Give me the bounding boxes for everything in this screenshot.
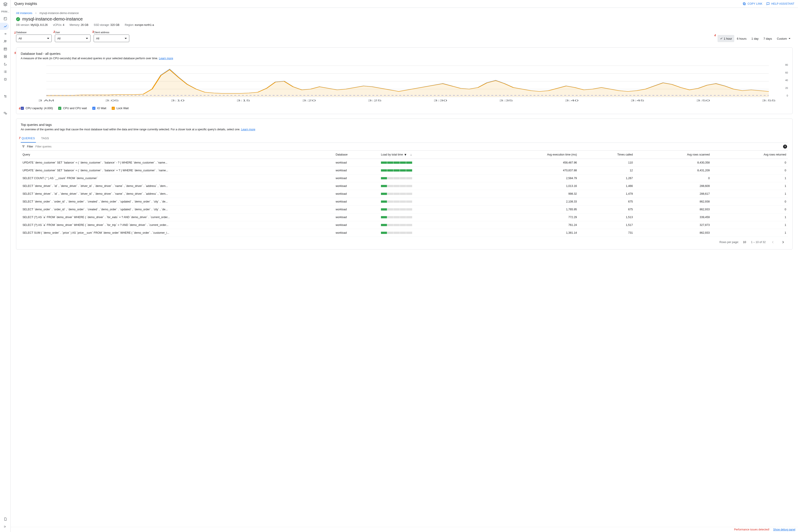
time-range-picker: 4 1 hour6 hours1 day7 daysCustom <box>718 35 793 42</box>
cell-load <box>379 182 481 190</box>
cell-times: 731 <box>579 229 635 237</box>
svg-point-9 <box>4 72 4 73</box>
th-returned[interactable]: Avg rows returned <box>711 151 788 159</box>
legend-io[interactable]: ✓IO Wait <box>92 107 106 110</box>
filter-input[interactable] <box>35 145 781 148</box>
cell-returned: 1 <box>711 174 788 182</box>
nav-item-users[interactable] <box>0 38 9 45</box>
th-scanned[interactable]: Avg rows scanned <box>635 151 711 159</box>
caret-down-icon <box>47 38 49 39</box>
time-chip-1-hour[interactable]: 1 hour <box>718 35 734 42</box>
client-filter[interactable]: All <box>94 35 129 42</box>
chevron-right-icon <box>35 12 37 15</box>
svg-text:3:35: 3:35 <box>499 99 513 102</box>
copy-link-button[interactable]: COPY LINK <box>742 2 763 6</box>
tab-tags[interactable]: TAGS <box>40 135 50 142</box>
dashboard-icon <box>3 17 7 21</box>
tab-queries[interactable]: QUERIES <box>21 135 36 142</box>
nav-item-query-insights[interactable] <box>0 23 9 30</box>
table-row[interactable]: SELECT (?) AS `a` FROM `demo_driver` WHE… <box>21 221 788 229</box>
document-icon <box>3 517 7 521</box>
svg-rect-6 <box>4 57 6 58</box>
nav-item-replicas[interactable] <box>0 61 9 68</box>
nav-item-databases[interactable] <box>0 45 9 53</box>
table-row[interactable]: SELECT (?) AS `a` FROM `demo_driver` WHE… <box>21 213 788 221</box>
user-filter[interactable]: All <box>55 35 91 42</box>
legend-capacity[interactable]: ✓CPU capacity: (4.000) <box>21 107 53 110</box>
help-assistant-button[interactable]: HELP ASSISTANT <box>766 2 794 6</box>
top-learn-more-link[interactable]: Learn more <box>241 128 255 131</box>
load-bar <box>381 177 412 179</box>
svg-text:3:05: 3:05 <box>105 99 119 102</box>
database-filter[interactable]: All <box>16 35 52 42</box>
rows-per-page-select[interactable]: 10 <box>743 241 747 244</box>
svg-point-12 <box>4 95 5 96</box>
cell-scanned: 0 <box>635 174 711 182</box>
cell-scanned: 862,933 <box>635 206 711 213</box>
status-bar: Performance issues detected! Show debug … <box>11 527 798 532</box>
time-chip-1-day[interactable]: 1 day <box>749 35 761 42</box>
step-badge-1: 1 <box>13 31 17 35</box>
th-exec[interactable]: Avg execution time (ms) <box>481 151 579 159</box>
table-row[interactable]: SELECT `demo_order` . `order_id` , `demo… <box>21 206 788 213</box>
breadcrumb-root[interactable]: All instances <box>16 11 32 15</box>
load-bar <box>381 216 412 218</box>
legend-cpu[interactable]: ✓CPU and CPU wait <box>58 107 87 110</box>
nav-item-collapse[interactable] <box>0 523 9 530</box>
queries-table: Query Database Load by total time ▼ ↓ Av… <box>21 151 788 237</box>
table-row[interactable]: SELECT `demo_driver` . `id` , `demo_driv… <box>21 190 788 198</box>
nav-item-overview[interactable] <box>0 15 9 22</box>
th-query[interactable]: Query <box>21 151 334 159</box>
svg-point-2 <box>4 40 5 41</box>
table-row[interactable]: UPDATE `demo_customer` SET `balance` = (… <box>21 159 788 167</box>
svg-rect-5 <box>4 55 6 56</box>
cell-scanned: 8,430,358 <box>635 159 711 167</box>
time-chip-6-hours[interactable]: 6 hours <box>735 35 749 42</box>
table-row[interactable]: SELECT COUNT ( * ) AS `__count` FROM `de… <box>21 174 788 182</box>
cell-times: 675 <box>579 206 635 213</box>
time-chip-custom[interactable]: Custom <box>775 35 793 42</box>
instance-name: mysql-instance-demo-instance <box>22 17 83 22</box>
next-page-button[interactable] <box>780 239 786 245</box>
cell-exec: 470,837.88 <box>481 167 579 174</box>
client-filter-label: Client address <box>94 31 129 34</box>
legend-swatch-icon: ✓ <box>58 107 61 110</box>
nav-item-release-notes[interactable] <box>0 515 9 522</box>
nav-item-settings[interactable] <box>0 93 9 100</box>
cell-times: 110 <box>579 159 635 167</box>
database-load-chart[interactable]: 3 AM3:053:103:153:203:253:303:353:403:45… <box>21 63 788 103</box>
nav-item-connections[interactable] <box>0 30 9 37</box>
caret-down-icon <box>125 38 127 39</box>
nav-item-migrations[interactable] <box>0 110 9 117</box>
th-times[interactable]: Times called <box>579 151 635 159</box>
nav-item-operations[interactable] <box>0 68 9 75</box>
show-debug-link[interactable]: Show debug panel <box>773 528 795 531</box>
step-badge-3: 3 <box>91 30 95 34</box>
sort-desc-icon: ▼ <box>404 153 407 156</box>
chat-icon <box>766 2 770 6</box>
cell-returned: 0 <box>711 206 788 213</box>
legend-lock[interactable]: ✓Lock Wait <box>112 107 129 110</box>
table-row[interactable]: SELECT `demo_order` . `order_id` , `demo… <box>21 198 788 206</box>
cell-database: workload <box>334 167 379 174</box>
nav-item-ai[interactable] <box>0 76 9 83</box>
cell-load <box>379 213 481 221</box>
table-row[interactable]: UPDATE `demo_customer` SET `balance` = (… <box>21 167 788 174</box>
load-bar <box>381 224 412 226</box>
prev-page-button[interactable] <box>770 239 776 245</box>
help-icon[interactable]: ? <box>783 145 787 149</box>
cell-returned: 1 <box>711 213 788 221</box>
cell-exec: 998.32 <box>481 190 579 198</box>
time-chip-7-days[interactable]: 7 days <box>761 35 774 42</box>
cell-times: 1,466 <box>579 182 635 190</box>
th-load[interactable]: Load by total time ▼ ↓ <box>379 151 481 159</box>
svg-text:3:55: 3:55 <box>762 99 776 102</box>
cell-exec: 2,584.79 <box>481 174 579 182</box>
nav-item-backups[interactable] <box>0 53 9 60</box>
table-row[interactable]: SELECT SUM ( `demo_order` . `price` ) AS… <box>21 229 788 237</box>
load-learn-more-link[interactable]: Learn more <box>159 57 173 60</box>
product-logo-icon <box>3 2 8 7</box>
th-database[interactable]: Database <box>334 151 379 159</box>
cell-load <box>379 167 481 174</box>
table-row[interactable]: SELECT `demo_driver` . `id` , `demo_driv… <box>21 182 788 190</box>
